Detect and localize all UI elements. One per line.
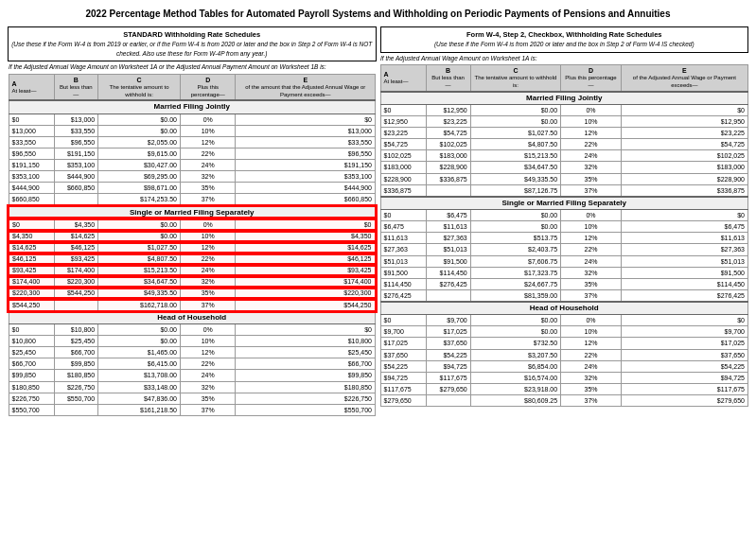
- right-section-header: Form W-4, Step 2, Checkbox, Withholding …: [380, 26, 749, 53]
- table-row: $91,500$114,450$17,323.7532%$91,500: [380, 267, 748, 278]
- table-row: $25,450$66,700$1,465.0012%$25,450: [9, 347, 376, 358]
- table-row: $0$9,700$0.000%$0: [380, 315, 748, 326]
- table-row: $279,650$80,609.2537%$279,650: [380, 394, 748, 406]
- table-row: $54,225$94,725$6,854.0024%$54,225: [380, 360, 748, 372]
- table-row: $117,675$279,650$23,918.0035%$117,675: [380, 383, 748, 394]
- table-row: $0$12,950$0.000%$0: [380, 105, 748, 116]
- table-row: $336,875$87,126.7537%$336,875: [380, 184, 748, 197]
- left-head-header: Head of Household: [9, 311, 376, 324]
- table-row: $174,400$220,300$34,647.5032%$174,400: [9, 276, 376, 288]
- table-row: $46,125$93,425$4,807.5022%$46,125: [9, 253, 376, 265]
- table-row: $94,725$117,675$16,574.0032%$94,725: [380, 372, 748, 383]
- table-row: $444,900$660,850$98,671.0035%$444,900: [9, 183, 376, 194]
- left-section-header: STANDARD Withholding Rate Schedules (Use…: [8, 26, 377, 61]
- left-married-header: Married Filing Jointly: [9, 100, 376, 114]
- table-row: $550,700$161,218.5037%$550,700: [9, 404, 376, 415]
- table-row: $226,750$550,700$47,836.0035%$226,750: [9, 393, 376, 404]
- table-row: $23,225$54,725$1,027.5012%$23,225: [380, 128, 748, 139]
- table-row: $220,300$544,250$49,335.5035%$220,300: [9, 288, 376, 299]
- table-row: $228,900$336,875$49,335.5035%$228,900: [380, 173, 748, 184]
- table-row: $102,025$183,000$15,213.5024%$102,025: [380, 150, 748, 162]
- table-row: $544,250$162,718.0037%$544,250: [9, 299, 376, 311]
- table-row: $37,650$54,225$3,207.5022%$37,650: [380, 349, 748, 360]
- table-row: $4,350$14,625$0.0010%$4,350: [9, 231, 376, 242]
- table-row: $0$6,475$0.000%$0: [380, 210, 748, 221]
- table-row: $51,013$91,500$7,606.7524%$51,013: [380, 255, 748, 267]
- table-row: $14,625$46,125$1,027.5012%$14,625: [9, 242, 376, 253]
- table-row: $99,850$180,850$13,708.0024%$99,850: [9, 370, 376, 381]
- table-row: $66,700$99,850$6,415.0022%$66,700: [9, 358, 376, 370]
- table-row: $6,475$11,613$0.0010%$6,475: [380, 221, 748, 233]
- table-row: $9,700$17,025$0.0010%$9,700: [380, 326, 748, 338]
- table-row: $114,450$276,425$24,667.7535%$114,450: [380, 278, 748, 289]
- table-row: $0$4,350$0.000%$0: [9, 218, 376, 230]
- right-head-header: Head of Household: [380, 302, 748, 315]
- table-row: $660,850$174,253.5037%$660,850: [9, 194, 376, 206]
- main-title: 2022 Percentage Method Tables for Automa…: [8, 8, 748, 21]
- left-section: STANDARD Withholding Rate Schedules (Use…: [8, 26, 377, 416]
- table-row: $54,725$102,025$4,807.5022%$54,725: [380, 139, 748, 150]
- table-row: $276,425$81,359.0037%$276,425: [380, 289, 748, 302]
- table-row: $0$13,000$0.000%$0: [9, 114, 376, 125]
- table-row: $17,025$37,650$732.5012%$17,025: [380, 338, 748, 349]
- table-row: $11,613$27,363$513.7512%$11,613: [380, 233, 748, 244]
- table-row: $10,800$25,450$0.0010%$10,800: [9, 336, 376, 347]
- table-row: $0$10,800$0.000%$0: [9, 324, 376, 336]
- right-section: Form W-4, Step 2, Checkbox, Withholding …: [380, 26, 749, 416]
- table-row: $27,363$51,013$2,403.7522%$27,363: [380, 244, 748, 255]
- table-row: $183,000$228,900$34,647.5032%$183,000: [380, 162, 748, 173]
- table-row: $33,550$96,550$2,055.0012%$33,550: [9, 136, 376, 148]
- table-row: $353,100$444,900$69,295.0032%$353,100: [9, 171, 376, 183]
- table-row: $13,000$33,550$0.0010%$13,000: [9, 125, 376, 136]
- right-single-header: Single or Married Filing Separately: [380, 197, 748, 210]
- table-row: $12,950$23,225$0.0010%$12,950: [380, 116, 748, 128]
- table-row: $180,850$226,750$33,148.0032%$180,850: [9, 381, 376, 393]
- table-row: $93,425$174,400$15,213.5024%$93,425: [9, 265, 376, 276]
- left-single-header: Single or Married Filing Separately: [9, 206, 376, 219]
- table-row: $191,150$353,100$30,427.0024%$191,150: [9, 160, 376, 171]
- table-row: $96,550$191,150$9,615.0022%$96,550: [9, 148, 376, 160]
- right-married-header: Married Filing Jointly: [380, 92, 748, 105]
